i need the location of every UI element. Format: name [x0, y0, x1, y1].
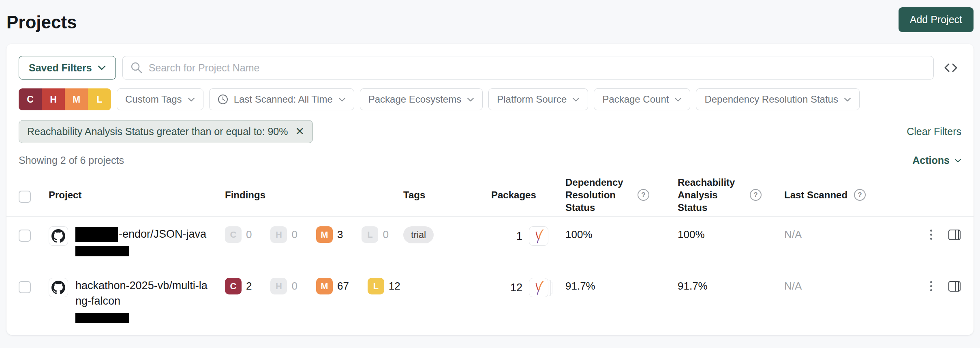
search-input[interactable] [149, 62, 926, 74]
table-header: Project Findings Tags Packages Dependenc… [6, 174, 974, 217]
actions-label: Actions [912, 155, 950, 166]
filter-label: Platform Source [497, 94, 567, 105]
high-badge: H [270, 226, 287, 243]
high-count: 0 [291, 278, 297, 294]
project-name[interactable]: hackathon-2025-vb/multi-lang-falcon [75, 278, 211, 309]
reachability-analysis-value: 91.7% [678, 280, 708, 292]
low-badge: L [368, 278, 384, 294]
low-badge: L [362, 226, 378, 243]
critical-badge: C [225, 226, 242, 243]
chevron-down-icon [572, 97, 580, 102]
filters-row: C H M L Custom Tags Last Scanned: All Ti… [6, 88, 974, 110]
high-count: 0 [291, 226, 297, 243]
side-panel-icon[interactable] [948, 280, 961, 293]
last-scanned-value: N/A [784, 228, 802, 241]
severity-filter-high[interactable]: H [42, 88, 65, 110]
packages-cell: 12 [491, 278, 565, 297]
column-header-reachability-analysis-status: Reachability Analysis Status ? [678, 176, 784, 214]
medium-badge: M [316, 226, 333, 243]
remove-filter-icon[interactable]: ✕ [295, 126, 304, 137]
projects-card: Saved Filters C H M L Custom Tags Last S… [6, 44, 974, 335]
column-header-dependency-resolution-status: Dependency Resolution Status ? [565, 176, 678, 214]
search-icon [130, 61, 143, 74]
column-header-findings: Findings [225, 189, 403, 201]
filter-label: Last Scanned: All Time [234, 94, 333, 105]
filter-package-ecosystems[interactable]: Package Ecosystems [360, 88, 483, 110]
low-count: 0 [383, 226, 388, 243]
column-header-last-scanned: Last Scanned ? [784, 189, 906, 201]
chevron-down-icon [954, 159, 961, 163]
clear-filters-button[interactable]: Clear Filters [907, 126, 961, 137]
table-row: hackathon-2025-vb/multi-lang-falcon C2 H… [6, 268, 974, 334]
severity-filter-medium[interactable]: M [65, 88, 88, 110]
filter-package-count[interactable]: Package Count [594, 88, 690, 110]
redacted-text [75, 313, 129, 323]
chevron-down-icon [674, 97, 682, 102]
kebab-menu-icon[interactable] [929, 228, 934, 241]
reachability-analysis-value: 100% [678, 228, 705, 241]
maven-icon[interactable] [529, 278, 548, 297]
help-icon[interactable]: ? [638, 189, 649, 201]
github-icon[interactable] [49, 278, 68, 297]
summary-row: Showing 2 of 6 projects Actions [6, 155, 974, 166]
critical-count: 0 [246, 226, 252, 243]
search-toolbar: Saved Filters [6, 56, 974, 79]
applied-filter-chip[interactable]: Reachability Analysis Status greater tha… [19, 120, 313, 143]
packages-cell: 1 [491, 226, 565, 246]
help-icon[interactable]: ? [854, 189, 866, 201]
table-row: -endor/JSON-java C0 H0 M3 L0 trial 1 100… [6, 217, 974, 268]
high-badge: H [270, 278, 287, 294]
help-icon[interactable]: ? [750, 189, 762, 201]
row-checkbox[interactable] [19, 230, 31, 242]
select-all-checkbox[interactable] [19, 191, 31, 203]
project-name[interactable]: -endor/JSON-java [75, 226, 211, 242]
saved-filters-label: Saved Filters [29, 62, 92, 74]
low-count: 12 [389, 278, 400, 294]
code-view-toggle-icon[interactable] [940, 57, 961, 78]
actions-button[interactable]: Actions [912, 155, 961, 166]
column-header-packages: Packages [491, 189, 565, 201]
redacted-text [75, 246, 129, 256]
column-header-label: Dependency Resolution Status [565, 176, 631, 214]
column-header-project: Project [49, 189, 225, 201]
column-header-label: Last Scanned [784, 189, 847, 201]
maven-icon[interactable] [529, 226, 548, 246]
medium-count: 67 [337, 278, 349, 294]
row-checkbox[interactable] [19, 281, 31, 293]
chevron-down-icon [188, 97, 195, 102]
dependency-resolution-value: 100% [565, 228, 593, 241]
search-box [122, 56, 934, 79]
severity-filter: C H M L [19, 88, 111, 110]
findings-cell: C0 H0 M3 L0 [225, 226, 403, 243]
redacted-text [75, 227, 118, 242]
critical-count: 2 [246, 278, 252, 294]
filter-label: Custom Tags [125, 94, 182, 105]
filter-last-scanned[interactable]: Last Scanned: All Time [209, 88, 354, 110]
critical-badge: C [225, 278, 242, 294]
column-header-label: Reachability Analysis Status [678, 176, 743, 214]
filter-custom-tags[interactable]: Custom Tags [117, 88, 203, 110]
applied-filter-label: Reachability Analysis Status greater tha… [27, 126, 288, 137]
filter-dependency-resolution-status[interactable]: Dependency Resolution Status [696, 88, 860, 110]
top-bar: Projects Add Project [0, 0, 980, 32]
chevron-down-icon [338, 97, 346, 102]
clock-icon [218, 94, 228, 105]
filter-platform-source[interactable]: Platform Source [488, 88, 588, 110]
filter-label: Package Ecosystems [368, 94, 461, 105]
results-count: Showing 2 of 6 projects [19, 155, 124, 166]
last-scanned-value: N/A [784, 280, 802, 292]
severity-filter-low[interactable]: L [88, 88, 111, 110]
add-project-button[interactable]: Add Project [899, 7, 974, 32]
chevron-down-icon [98, 65, 106, 70]
package-count: 1 [516, 230, 522, 243]
kebab-menu-icon[interactable] [929, 279, 934, 293]
saved-filters-button[interactable]: Saved Filters [19, 56, 116, 79]
chevron-down-icon [844, 97, 851, 102]
side-panel-icon[interactable] [948, 228, 961, 241]
github-icon[interactable] [49, 226, 68, 246]
package-count: 12 [510, 281, 522, 294]
severity-filter-critical[interactable]: C [19, 88, 42, 110]
page-title: Projects [6, 7, 77, 32]
medium-count: 3 [337, 226, 343, 243]
tag-pill: trial [403, 226, 434, 243]
